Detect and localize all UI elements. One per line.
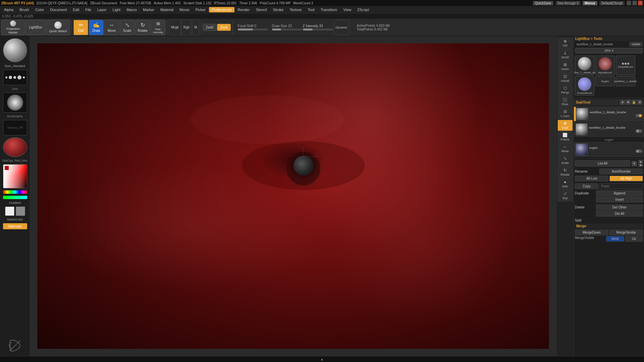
brush-alpha-preview[interactable] xyxy=(3,93,27,113)
menu-zscript[interactable]: ZScript xyxy=(355,7,372,12)
menu-stencil[interactable]: Stencil xyxy=(253,7,270,12)
zadd-button[interactable]: Zadd xyxy=(203,24,217,31)
scroll-rt-btn[interactable]: ⤓ Scroll xyxy=(557,49,573,61)
scale-rt-btn[interactable]: ⤡ Scale xyxy=(557,155,573,166)
maximize-icon[interactable]: □ xyxy=(632,1,637,5)
m-button[interactable]: M xyxy=(192,20,199,35)
lightbox-tools-header[interactable]: LightBox > Tools xyxy=(574,36,644,41)
z-intensity-slider-track[interactable] xyxy=(303,28,333,31)
cxyz-rt-btn[interactable]: ⊕ Cxyz xyxy=(557,120,573,131)
subtool-expand-icon[interactable]: ▼ xyxy=(620,100,625,105)
menu-transform[interactable]: Transform xyxy=(318,7,340,12)
minimize-icon[interactable]: – xyxy=(627,1,631,5)
visible-button[interactable]: Visible xyxy=(629,42,643,47)
list-all-button[interactable]: List All xyxy=(575,160,630,167)
menu-material[interactable]: Material xyxy=(158,7,176,12)
menu-alpha[interactable]: Alpha xyxy=(1,7,16,12)
menu-movie[interactable]: Movie xyxy=(177,7,192,12)
menu-file[interactable]: File xyxy=(83,7,94,12)
focal-slider-track[interactable] xyxy=(238,28,268,31)
quick-sketch-button[interactable]: Quick Sketch xyxy=(46,20,70,35)
menu-marker[interactable]: Marker xyxy=(140,7,157,12)
list-plus-button[interactable]: + xyxy=(632,161,637,166)
all-high-button[interactable]: All High xyxy=(609,176,643,181)
white-swatch[interactable] xyxy=(5,206,14,216)
subtool-lock-icon[interactable]: 🔒 xyxy=(632,100,636,105)
rotate-rt-btn[interactable]: ↻ Rotate xyxy=(557,167,573,178)
dots-brush-preview[interactable] xyxy=(3,70,27,85)
merge-header[interactable]: Merge xyxy=(575,224,643,229)
copy-button[interactable]: Copy xyxy=(575,183,598,189)
menus-button[interactable]: Menus xyxy=(583,1,597,5)
edit-button[interactable]: ✏ Edit xyxy=(73,20,88,35)
list-arrow-up[interactable]: ▲ xyxy=(638,160,643,163)
brush-preview[interactable] xyxy=(3,38,27,62)
subtool-toggle-2[interactable] xyxy=(636,129,642,133)
brush-thumb-alpha[interactable]: AlphaBrush xyxy=(595,56,615,75)
floor-rt-btn[interactable]: ⬛ Floor xyxy=(557,96,573,108)
merge-similar-button[interactable]: MergeSimilar xyxy=(609,230,643,235)
menu-light[interactable]: Light xyxy=(110,7,123,12)
menu-stroke[interactable]: Stroke xyxy=(270,7,286,12)
menu-brush[interactable]: Brush xyxy=(17,7,32,12)
move-button[interactable]: ↔ Move xyxy=(104,20,119,35)
rotate-button[interactable]: ↻ Rotate xyxy=(135,20,150,35)
material-swatch[interactable] xyxy=(3,137,27,157)
menu-view[interactable]: View xyxy=(340,7,354,12)
rgb-button[interactable]: Rgb xyxy=(181,20,192,35)
default-zscript-button[interactable]: DefaultZScript xyxy=(599,1,625,5)
uv-button[interactable]: Uv xyxy=(625,236,643,242)
autoreorder-button[interactable]: AutoReorder xyxy=(599,169,643,174)
menu-edit[interactable]: Edit xyxy=(70,7,82,12)
hue-bar[interactable] xyxy=(3,190,27,194)
menu-document[interactable]: Document xyxy=(47,7,69,12)
zoom-rt-btn[interactable]: ⊞ Zoom xyxy=(557,61,573,72)
subtool-toggle-1[interactable] xyxy=(636,114,642,117)
list-arrow-down[interactable]: ▼ xyxy=(638,164,643,167)
saturation-bar[interactable] xyxy=(3,196,27,199)
texture-off-box[interactable]: Texture_Off xyxy=(3,120,27,135)
role-intensity-button[interactable]: ≋ Role Intensity xyxy=(151,20,165,35)
menu-layer[interactable]: Layer xyxy=(95,7,109,12)
subtool-item-1[interactable]: workflow_1_details_brushe xyxy=(574,107,644,121)
menu-texture[interactable]: Texture xyxy=(287,7,304,12)
gray-swatch[interactable] xyxy=(16,206,25,216)
subtool-item-3[interactable]: Augen xyxy=(574,142,644,157)
subtool-toggle-3[interactable] xyxy=(636,149,642,153)
persp-rt-btn[interactable]: ⬡ Persp xyxy=(557,84,573,96)
weld-button[interactable]: Weld xyxy=(606,236,624,242)
menu-tool[interactable]: Tool xyxy=(305,7,317,12)
menu-render[interactable]: Render xyxy=(235,7,253,12)
actual-rt-btn[interactable]: ⊡ Actual xyxy=(557,73,573,84)
ctrl-rt-btn[interactable]: ⊕ Ctrl xyxy=(557,38,573,49)
color-picker[interactable] xyxy=(3,164,27,188)
alternate-button[interactable]: Alternate xyxy=(3,223,27,229)
close-icon[interactable]: ✕ xyxy=(638,1,643,5)
move-rt-btn[interactable]: ↔ Move xyxy=(557,143,573,155)
lightbox-button[interactable]: LightBox xyxy=(25,20,46,35)
subtool-header[interactable]: SubTool ▼ 👁 🔒 ⚙ xyxy=(574,99,644,106)
frame-rt-btn[interactable]: ⬜ Frame xyxy=(557,131,573,143)
menu-macro[interactable]: Macro xyxy=(124,7,140,12)
brush-thumb-augen1[interactable]: Augen xyxy=(595,76,615,86)
canvas-viewport[interactable] xyxy=(37,43,549,349)
menu-color[interactable]: Color xyxy=(33,7,47,12)
sculpt-mesh[interactable] xyxy=(37,43,549,349)
laym-rt-btn[interactable]: ⊟ L.Aym xyxy=(557,108,573,119)
del-all-button[interactable]: Del All xyxy=(596,211,643,217)
solo-rt-btn[interactable]: ● Solo xyxy=(557,178,573,190)
menu-preferences[interactable]: Preferences xyxy=(209,7,234,12)
all-low-button[interactable]: All Low xyxy=(575,176,608,181)
del-other-button[interactable]: Del Other xyxy=(596,204,643,210)
scale-button[interactable]: ⤡ Scale xyxy=(120,20,135,35)
snp-rt-btn[interactable]: ⤢ Snp xyxy=(557,190,573,201)
brush-thumb-eraser[interactable]: EraserBrush xyxy=(575,76,594,96)
subtool-eye-icon[interactable]: 👁 xyxy=(626,100,631,105)
menu-picker[interactable]: Picker xyxy=(193,7,209,12)
spix-button[interactable]: SPix 3 xyxy=(575,48,643,53)
see-through-button[interactable]: See-through 0 xyxy=(555,1,581,5)
zsub-button[interactable]: Zsub xyxy=(217,24,230,31)
projection-master-button[interactable]: Projection Master xyxy=(1,20,25,35)
quicksave-button[interactable]: QuickSave xyxy=(533,1,553,5)
append-button[interactable]: Append xyxy=(596,190,643,196)
